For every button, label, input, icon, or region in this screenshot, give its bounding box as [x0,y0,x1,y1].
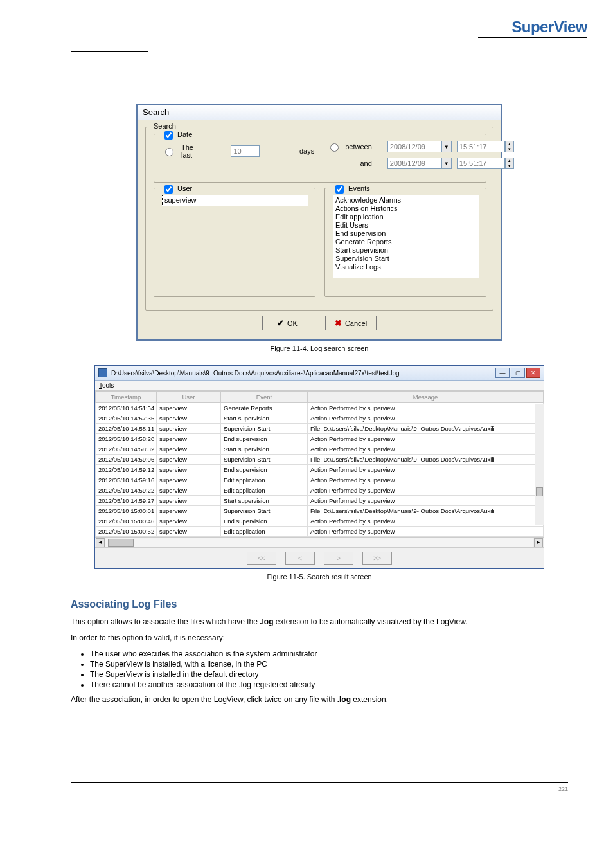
menubar: Tools [95,381,544,391]
between-radio[interactable] [330,143,339,152]
events-list-item[interactable]: Edit application [335,213,477,221]
time-from-spin-icon[interactable]: ▲▼ [505,141,514,152]
user-group: User superview [154,188,315,297]
col-user[interactable]: User [157,392,221,403]
time-to-spin-icon[interactable]: ▲▼ [505,158,514,169]
the-last-radio[interactable] [165,148,173,156]
table-row[interactable]: 2012/05/10 15:00:52superviewEdit applica… [96,527,544,537]
date-from-drop-icon[interactable]: ▼ [441,141,452,152]
table-cell: superview [157,485,221,496]
events-legend: Events [330,183,373,195]
table-cell: Edit application [221,475,308,485]
search-dialog: Search Search Date The last [136,104,502,341]
col-timestamp[interactable]: Timestamp [96,392,157,403]
events-list-item[interactable]: Acknowledge Alarms [335,196,477,204]
the-last-input[interactable] [231,145,260,157]
user-legend: User [159,183,195,195]
table-cell: Supervision Start [221,506,308,516]
table-row[interactable]: 2012/05/10 14:58:20superviewEnd supervis… [96,434,544,444]
ok-label: OK [287,320,298,327]
days-label: days [299,147,314,155]
table-cell: 2012/05/10 15:00:52 [96,527,157,537]
user-checkbox[interactable] [164,185,173,194]
table-cell: 2012/05/10 15:00:01 [96,506,157,516]
log-titlebar: D:\Users\fsilva\Desktop\Manuais\9- Outro… [95,366,544,381]
events-list-item[interactable]: Actions on Historics [335,204,477,213]
log-grid: Timestamp User Event Message 2012/05/10 … [95,391,544,537]
table-cell: End supervision [221,465,308,475]
table-cell: 2012/05/10 14:59:12 [96,465,157,475]
table-row[interactable]: 2012/05/10 14:59:16superviewEdit applica… [96,475,544,485]
search-group: Search Date The last d [145,127,493,311]
date-to-drop-icon[interactable]: ▼ [441,158,452,169]
time-to[interactable] [457,158,505,169]
list-item: There cannot be another association of t… [90,680,568,689]
between-label: between [345,143,372,150]
table-row[interactable]: 2012/05/10 14:58:32superviewStart superv… [96,444,544,455]
col-event[interactable]: Event [221,392,308,403]
time-from[interactable] [457,141,505,152]
cancel-button[interactable]: ✖ Cancel [325,316,377,330]
horizontal-scrollbar[interactable]: ◄ ► [95,537,544,547]
table-row[interactable]: 2012/05/10 14:59:06superviewSupervision … [96,455,544,465]
date-to[interactable] [387,158,442,169]
table-cell: Start supervision [221,496,308,506]
scroll-right-icon[interactable]: ► [534,538,543,547]
header-rule [71,51,148,52]
table-cell: 2012/05/10 14:59:16 [96,475,157,485]
table-cell: 2012/05/10 14:59:22 [96,485,157,496]
events-list-item[interactable]: End supervision [335,230,477,238]
table-row[interactable]: 2012/05/10 14:59:22superviewEdit applica… [96,485,544,496]
close-icon[interactable]: ✕ [526,368,540,378]
date-checkbox[interactable] [164,131,173,140]
table-row[interactable]: 2012/05/10 14:58:11superviewSupervision … [96,424,544,434]
brand-logo: SuperView [478,18,587,38]
body-paragraph: This option allows to associate the file… [71,617,568,628]
table-row[interactable]: 2012/05/10 14:59:12superviewEnd supervis… [96,465,544,475]
maximize-icon[interactable]: ▢ [511,368,525,378]
figure-caption-1: Figure 11-4. Log search screen [71,345,568,352]
table-cell: superview [157,424,221,434]
table-cell: Generate Reports [221,403,308,413]
minimize-icon[interactable]: — [495,368,510,378]
events-label: Events [348,185,370,192]
events-list-item[interactable]: Supervision Start [335,255,477,263]
table-cell: superview [157,455,221,465]
events-list-item[interactable]: Start supervision [335,246,477,255]
table-row[interactable]: 2012/05/10 15:00:01superviewSupervision … [96,506,544,516]
table-cell: superview [157,516,221,527]
table-cell: 2012/05/10 15:00:46 [96,516,157,527]
menu-tools[interactable]: Tools [99,382,114,389]
app-icon [98,368,107,377]
date-from[interactable] [387,141,442,152]
table-cell: 2012/05/10 14:51:54 [96,403,157,413]
table-cell: File: D:\Users\fsilva\Desktop\Manuais\9-… [308,424,544,434]
date-label: Date [177,131,192,138]
x-icon: ✖ [335,318,342,328]
table-cell: superview [157,506,221,516]
scroll-left-icon[interactable]: ◄ [96,538,105,547]
table-cell: superview [157,444,221,455]
events-list-item[interactable]: Visualize Logs [335,263,477,271]
pager-prev-button[interactable]: < [285,552,315,565]
table-cell: 2012/05/10 14:58:20 [96,434,157,444]
events-list-item[interactable]: Generate Reports [335,238,477,246]
table-row[interactable]: 2012/05/10 14:57:35superviewStart superv… [96,413,544,424]
events-checkbox[interactable] [335,185,344,194]
col-message[interactable]: Message [308,392,544,403]
table-cell: 2012/05/10 14:58:32 [96,444,157,455]
vertical-scrollbar[interactable] [535,404,544,525]
pager-first-button[interactable]: << [247,552,276,565]
table-row[interactable]: 2012/05/10 15:00:46superviewEnd supervis… [96,516,544,527]
table-cell: Start supervision [221,444,308,455]
body-paragraph: In order to this option to valid, it is … [71,633,568,644]
table-row[interactable]: 2012/05/10 14:59:27superviewStart superv… [96,496,544,506]
user-input[interactable]: superview [162,195,308,206]
ok-button[interactable]: ✔ OK [262,316,312,330]
pager-last-button[interactable]: >> [362,552,392,565]
requirements-list: The user who executes the association is… [90,649,568,689]
events-listbox[interactable]: Acknowledge AlarmsActions on HistoricsEd… [333,195,479,278]
table-row[interactable]: 2012/05/10 14:51:54superviewGenerate Rep… [96,403,544,413]
events-list-item[interactable]: Edit Users [335,221,477,230]
pager-next-button[interactable]: > [324,552,353,565]
